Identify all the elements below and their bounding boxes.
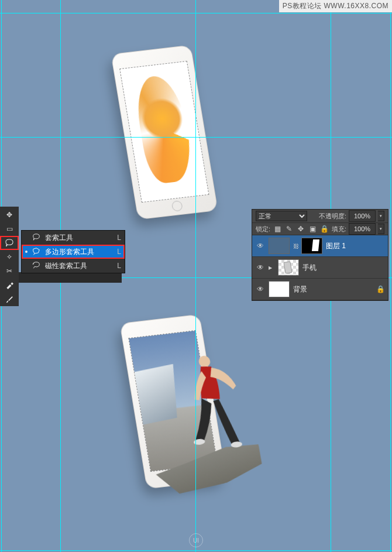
- layer-thumbnail[interactable]: [269, 281, 290, 297]
- opacity-label: 不透明度:: [319, 212, 346, 221]
- layer-row[interactable]: 👁 背景 🔒: [252, 279, 388, 300]
- flyout-item-label: 多边形套索工具: [45, 247, 112, 257]
- watermark: PS教程论坛 WWW.16XX8.COM: [279, 0, 392, 12]
- lasso-tool-flyout: 套索工具 L 多边形套索工具 L 磁性套索工具 L: [21, 230, 125, 273]
- opacity-input[interactable]: [349, 210, 376, 222]
- layer-row[interactable]: 👁 ▶ 手机: [252, 257, 388, 279]
- fill-label: 填充:: [332, 225, 346, 234]
- brush-tool-icon[interactable]: [0, 292, 19, 306]
- layers-lock-row: 锁定: ▦ ✎ ✥ ▣ 🔒 填充: ▾: [252, 223, 388, 235]
- ui-cn-logo: UI: [189, 533, 203, 547]
- group-toggle-icon[interactable]: ▶: [269, 265, 274, 270]
- phone-mockup-fish: [111, 45, 218, 220]
- layers-panel: 正常 不透明度: ▾ 锁定: ▦ ✎ ✥ ▣ 🔒 填充: ▾ 👁 ⛓ 图层 1 …: [252, 209, 388, 301]
- guide-horizontal: [0, 550, 392, 551]
- mask-link-icon[interactable]: ⛓: [293, 243, 298, 249]
- svg-point-0: [198, 355, 211, 368]
- flyout-item-magnetic-lasso[interactable]: 磁性套索工具 L: [22, 259, 125, 273]
- layers-list: 👁 ⛓ 图层 1 👁 ▶ 手机 👁 背景 🔒: [252, 235, 388, 300]
- opacity-stepper[interactable]: ▾: [378, 211, 384, 221]
- fish-artwork: [132, 73, 195, 185]
- lasso-tool-icon[interactable]: [0, 236, 19, 250]
- blend-mode-select[interactable]: 正常: [256, 211, 307, 221]
- lock-position-icon[interactable]: ✥: [296, 224, 305, 234]
- phone-mockup-runner: [119, 314, 226, 489]
- magnetic-lasso-icon: [32, 261, 40, 271]
- lock-all-icon[interactable]: 🔒: [319, 224, 329, 234]
- flyout-item-label: 磁性套索工具: [45, 261, 112, 271]
- flyout-item-shortcut: L: [117, 234, 121, 242]
- lock-pixels-icon[interactable]: ✎: [284, 224, 294, 234]
- lock-artboard-icon[interactable]: ▣: [308, 224, 317, 234]
- lock-indicator-icon: 🔒: [376, 285, 384, 293]
- flyout-item-label: 套索工具: [45, 233, 112, 243]
- selected-dot-icon: [25, 251, 27, 253]
- guide-vertical: [195, 0, 196, 552]
- layer-row[interactable]: 👁 ⛓ 图层 1: [252, 235, 388, 257]
- lock-transparent-icon[interactable]: ▦: [273, 224, 282, 234]
- guide-horizontal: [0, 13, 392, 13]
- flyout-item-shortcut: L: [117, 262, 121, 270]
- fill-stepper[interactable]: ▾: [378, 224, 384, 234]
- guide-horizontal: [0, 137, 392, 138]
- crop-tool-icon[interactable]: ✂: [0, 264, 19, 278]
- flyout-item-lasso[interactable]: 套索工具 L: [22, 231, 125, 245]
- guide-vertical: [390, 0, 391, 552]
- visibility-toggle-icon[interactable]: 👁: [256, 241, 265, 251]
- layers-options-row: 正常 不透明度: ▾: [252, 210, 388, 223]
- layer-name[interactable]: 手机: [302, 263, 373, 273]
- layer-mask-thumbnail[interactable]: [301, 238, 322, 254]
- layer-thumbnail[interactable]: [269, 238, 290, 254]
- lasso-icon: [32, 233, 40, 243]
- move-tool-icon[interactable]: ✥: [0, 208, 19, 222]
- visibility-toggle-icon[interactable]: 👁: [256, 284, 265, 294]
- marquee-tool-icon[interactable]: ▭: [0, 222, 19, 236]
- flyout-item-poly-lasso[interactable]: 多边形套索工具 L: [22, 245, 125, 259]
- phone-home-button: [171, 200, 183, 211]
- layer-thumbnail[interactable]: [278, 259, 299, 276]
- magic-wand-tool-icon[interactable]: ✧: [0, 250, 19, 264]
- eyedropper-tool-icon[interactable]: [0, 278, 19, 292]
- lock-label: 锁定:: [256, 225, 270, 234]
- layer-name[interactable]: 图层 1: [326, 241, 373, 251]
- runner-mountain: [133, 364, 177, 426]
- layer-name[interactable]: 背景: [293, 284, 373, 294]
- flyout-item-shortcut: L: [117, 248, 121, 256]
- tool-strip: ✥ ▭ ✧ ✂: [0, 207, 19, 306]
- poly-lasso-icon: [32, 247, 40, 257]
- visibility-toggle-icon[interactable]: 👁: [256, 263, 265, 272]
- fill-input[interactable]: [349, 223, 376, 235]
